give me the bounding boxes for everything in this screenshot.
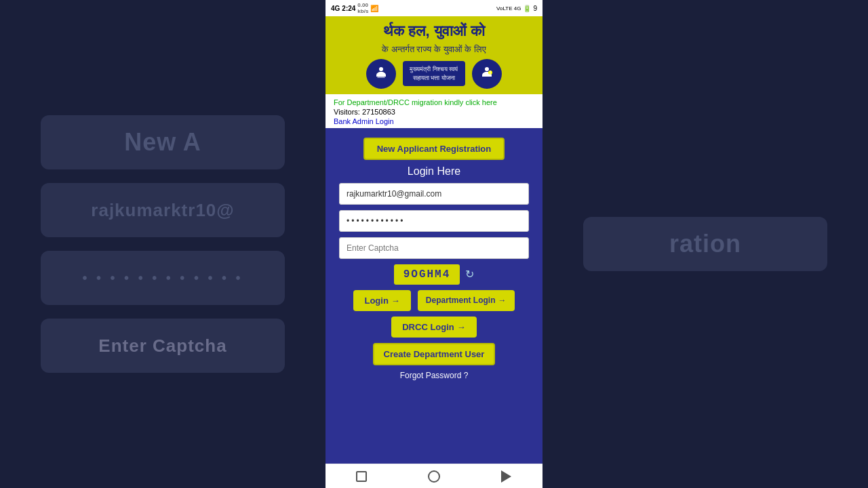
bg-card-text-4: Enter Captcha (98, 336, 226, 357)
status-right: VoLTE 4G 🔋 9 (496, 5, 537, 12)
nav-home-button[interactable] (427, 469, 441, 484)
background-right: ration (542, 0, 868, 488)
bg-card-text-right-1: ration (669, 230, 741, 258)
circle-icon (428, 470, 440, 483)
bg-card-1: New A (41, 115, 285, 169)
bg-card-text-2: rajkumarktr10@ (91, 200, 234, 221)
email-input[interactable] (339, 183, 529, 205)
refresh-captcha-icon[interactable]: ↻ (465, 268, 474, 281)
back-icon (501, 470, 511, 483)
bg-card-2: rajkumarktr10@ (41, 183, 285, 237)
department-login-button[interactable]: Department Login → (418, 290, 515, 311)
forgot-password-link[interactable]: Forgot Password ? (400, 371, 469, 380)
signal-icon: 📶 (370, 5, 378, 12)
svg-point-0 (379, 67, 383, 71)
navigation-bar (326, 464, 542, 488)
captcha-row: 9OGHM4 ↻ (339, 264, 529, 285)
square-icon (356, 471, 367, 482)
create-department-user-button[interactable]: Create Department User (373, 343, 496, 365)
visitors-count: Visitors: 27150863 (334, 108, 534, 116)
time-display: 2:24 (342, 5, 355, 12)
new-applicant-button[interactable]: New Applicant Registration (363, 138, 505, 160)
nav-back-button[interactable] (499, 469, 514, 484)
banner-section: र्थक हल, युवाओं को के अन्तर्गत राज्य के … (326, 16, 542, 94)
bank-admin-link[interactable]: Bank Admin Login (334, 117, 534, 125)
bg-card-text-3: • • • • • • • • • • • • (82, 270, 243, 286)
drcc-label: DRCC Login (402, 322, 454, 332)
login-here-title: Login Here (408, 165, 460, 178)
banner-icon-row: मुख्यमंत्री निश्चय स्वयंसहायता भत्ता योज… (334, 59, 534, 89)
network-icon: 4G (331, 5, 340, 12)
banner-scheme-text: मुख्यमंत्री निश्चय स्वयंसहायता भत्ता योज… (403, 61, 465, 86)
dept-arrow-icon: → (498, 296, 507, 305)
battery-icon: 🔋 (523, 5, 531, 12)
captcha-input[interactable] (339, 237, 529, 259)
login-button[interactable]: Login → (353, 290, 410, 311)
banner-hindi-line2: के अन्तर्गत राज्य के युवाओं के लिए (334, 44, 534, 55)
battery-percent: 9 (533, 5, 537, 12)
bg-card-text-1: New A (124, 128, 201, 157)
svg-point-1 (485, 67, 489, 71)
banner-hindi-line1: र्थक हल, युवाओं को (334, 22, 534, 41)
banner-head-icon (472, 59, 502, 89)
password-input[interactable] (339, 210, 529, 232)
status-bar: 4G 2:24 0.00kb/s 📶 VoLTE 4G 🔋 9 (326, 0, 542, 16)
login-panel: New Applicant Registration Login Here 9O… (326, 128, 542, 464)
info-bar: For Department/DRCC migration kindly cli… (326, 94, 542, 128)
drcc-login-button[interactable]: DRCC Login → (391, 317, 477, 338)
data-speed: 0.00kb/s (357, 2, 368, 14)
dept-login-label: Department Login (426, 296, 496, 305)
bg-card-right-1: ration (583, 217, 827, 271)
bg-card-3: • • • • • • • • • • • • (41, 251, 285, 305)
nav-square-button[interactable] (354, 469, 369, 484)
phone-frame: 4G 2:24 0.00kb/s 📶 VoLTE 4G 🔋 9 र्थक हल,… (326, 0, 542, 488)
volte-label: VoLTE 4G (496, 5, 521, 12)
login-arrow-icon: → (391, 296, 400, 306)
background-left: New A rajkumarktr10@ • • • • • • • • • •… (0, 0, 326, 488)
captcha-display: 9OGHM4 (394, 264, 460, 285)
drcc-arrow-icon: → (457, 322, 466, 332)
banner-person-icon (366, 59, 396, 89)
bg-card-4: Enter Captcha (41, 319, 285, 373)
migration-link[interactable]: For Department/DRCC migration kindly cli… (334, 98, 534, 106)
login-label: Login (364, 296, 388, 306)
login-buttons-row: Login → Department Login → (339, 290, 529, 311)
status-left: 4G 2:24 0.00kb/s 📶 (331, 2, 378, 14)
